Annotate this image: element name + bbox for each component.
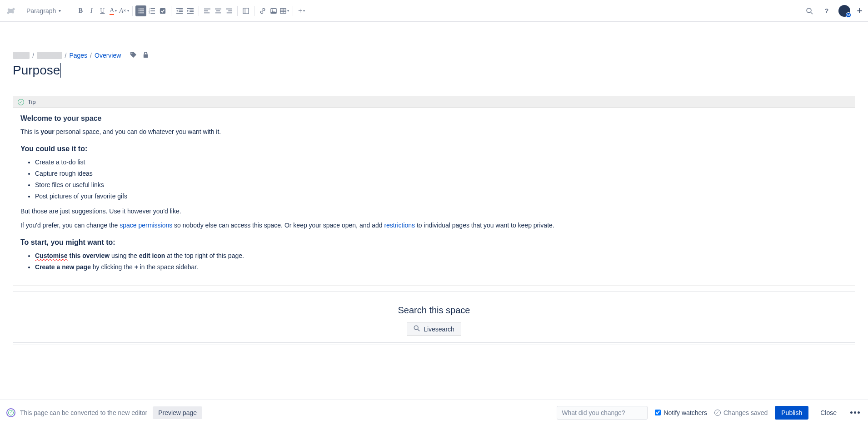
- svg-rect-4: [138, 12, 139, 13]
- svg-rect-18: [190, 10, 194, 10]
- bullet-list-button[interactable]: [135, 5, 146, 16]
- list-item: Store files or useful links: [35, 180, 848, 190]
- tip-intro-paragraph: This is your personal space, and you can…: [20, 127, 848, 137]
- svg-rect-0: [138, 8, 139, 9]
- text-style-dropdown[interactable]: Paragraph ▾: [23, 5, 65, 16]
- permissions-paragraph: If you'd prefer, you can change the spac…: [20, 221, 848, 230]
- svg-line-43: [418, 329, 419, 331]
- list-item: Post pictures of your favorite gifs: [35, 192, 848, 201]
- list-item: Capture rough ideas: [35, 169, 848, 178]
- numbered-list-button[interactable]: 123: [146, 5, 157, 16]
- text-style-label: Paragraph: [26, 7, 56, 15]
- svg-rect-1: [140, 8, 145, 9]
- bold-button[interactable]: B: [75, 5, 86, 16]
- invite-button[interactable]: +: [857, 5, 863, 17]
- breadcrumb-separator: /: [65, 52, 67, 59]
- image-button[interactable]: [268, 5, 279, 16]
- space-permissions-link[interactable]: space permissions: [120, 222, 172, 229]
- text-color-button[interactable]: A▾: [108, 5, 119, 16]
- editor-content[interactable]: Home / Personal / Pages / Overview Purpo…: [0, 22, 868, 345]
- indent-button[interactable]: [185, 5, 196, 16]
- breadcrumb-separator: /: [32, 52, 34, 59]
- svg-text:3: 3: [149, 11, 150, 14]
- tip-panel-header[interactable]: ✓ Tip: [13, 96, 855, 108]
- user-avatar[interactable]: M: [838, 5, 850, 17]
- toolbar-divider: [199, 6, 199, 16]
- avatar-badge-icon: M: [846, 12, 851, 18]
- align-left-button[interactable]: [202, 5, 213, 16]
- svg-point-40: [131, 53, 132, 54]
- tip-heading-uses: You could use it to:: [20, 145, 848, 153]
- svg-rect-5: [140, 12, 145, 13]
- svg-rect-29: [227, 12, 232, 13]
- svg-rect-22: [204, 10, 208, 11]
- toolbar-divider: [132, 6, 133, 16]
- restrictions-link[interactable]: restrictions: [384, 222, 415, 229]
- svg-rect-15: [179, 11, 183, 12]
- confluence-logo-icon[interactable]: [5, 5, 16, 16]
- table-button[interactable]: ▾: [279, 5, 290, 16]
- svg-point-38: [807, 8, 811, 13]
- list-item: Customise this overview using the edit i…: [35, 251, 848, 261]
- find-button[interactable]: [804, 5, 815, 16]
- svg-rect-14: [179, 10, 183, 10]
- uses-list: Create a to-do list Capture rough ideas …: [35, 158, 848, 201]
- tip-panel-body[interactable]: Welcome to your space This is your perso…: [13, 108, 855, 286]
- svg-rect-2: [138, 10, 139, 11]
- align-center-button[interactable]: [213, 5, 224, 16]
- search-icon: [414, 325, 420, 333]
- svg-rect-28: [229, 10, 233, 11]
- svg-point-42: [414, 326, 418, 330]
- breadcrumb-item[interactable]: Home: [13, 52, 30, 59]
- svg-rect-19: [190, 11, 194, 12]
- tip-label: Tip: [28, 99, 36, 105]
- svg-rect-17: [187, 8, 194, 9]
- toolbar-divider: [72, 6, 72, 16]
- breadcrumb: Home / Personal / Pages / Overview: [13, 51, 855, 59]
- svg-rect-26: [215, 12, 221, 13]
- breadcrumb-pages[interactable]: Pages: [69, 52, 87, 59]
- svg-rect-13: [176, 8, 183, 9]
- tip-heading-welcome: Welcome to your space: [20, 114, 848, 123]
- svg-rect-21: [204, 8, 210, 9]
- insert-more-button[interactable]: +▾: [296, 5, 307, 16]
- breadcrumb-overview[interactable]: Overview: [95, 52, 121, 59]
- search-heading: Search this space: [13, 305, 855, 316]
- svg-rect-12: [160, 8, 165, 13]
- start-list: Customise this overview using the edit i…: [35, 251, 848, 272]
- suggestions-paragraph: But those are just suggestions. Use it h…: [20, 207, 848, 216]
- underline-button[interactable]: U: [97, 5, 108, 16]
- livesearch-macro[interactable]: Livesearch: [407, 322, 461, 336]
- clear-formatting-button[interactable]: A✕▾: [119, 5, 130, 16]
- svg-rect-11: [151, 13, 155, 14]
- align-right-button[interactable]: [224, 5, 234, 16]
- layout-button[interactable]: [240, 5, 251, 16]
- horizontal-rule: [13, 289, 855, 292]
- help-button[interactable]: ?: [821, 5, 832, 16]
- link-button[interactable]: [257, 5, 268, 16]
- svg-rect-30: [243, 8, 249, 13]
- toolbar-divider: [237, 6, 238, 16]
- labels-icon[interactable]: [130, 51, 137, 59]
- search-section: Search this space Livesearch: [13, 305, 855, 336]
- tip-panel: ✓ Tip Welcome to your space This is your…: [13, 96, 855, 286]
- svg-rect-9: [151, 10, 155, 11]
- svg-rect-16: [176, 13, 183, 14]
- check-circle-icon: ✓: [18, 99, 24, 105]
- editor-toolbar: Paragraph ▾ B I U A▾ A✕▾ 123 ▾ +▾ ? M +: [0, 0, 868, 22]
- svg-rect-24: [215, 8, 221, 9]
- page-title[interactable]: Purpose: [13, 63, 61, 78]
- outdent-button[interactable]: [174, 5, 185, 16]
- svg-rect-23: [204, 12, 210, 13]
- breadcrumb-separator: /: [90, 52, 92, 59]
- svg-rect-41: [144, 54, 148, 58]
- task-list-button[interactable]: [157, 5, 168, 16]
- breadcrumb-item[interactable]: Personal: [37, 52, 62, 59]
- tip-heading-start: To start, you might want to:: [20, 238, 848, 247]
- svg-rect-7: [151, 8, 155, 9]
- italic-button[interactable]: I: [86, 5, 97, 16]
- restrictions-icon[interactable]: [142, 51, 149, 59]
- chevron-down-icon: ▾: [59, 8, 61, 13]
- svg-rect-20: [187, 13, 194, 14]
- svg-rect-3: [140, 10, 145, 11]
